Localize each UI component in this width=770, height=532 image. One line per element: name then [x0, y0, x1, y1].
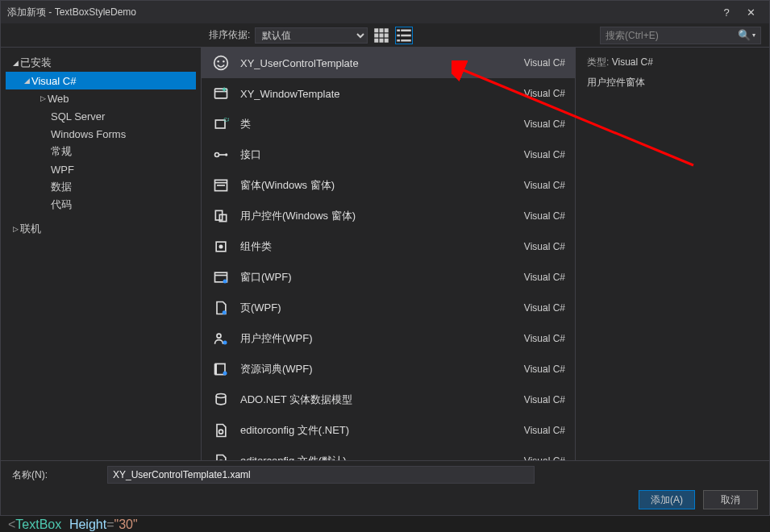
svg-rect-9	[397, 29, 401, 31]
template-item[interactable]: ADO.NET 实体数据模型Visual C#	[202, 384, 575, 415]
svg-point-43	[219, 430, 223, 434]
svg-point-16	[217, 60, 219, 63]
tree-sql[interactable]: SQL Server	[6, 107, 196, 125]
view-list-button[interactable]	[395, 27, 413, 44]
svg-point-38	[217, 334, 221, 338]
smile-icon	[211, 53, 231, 73]
item-name: 窗体(Windows 窗体)	[240, 178, 524, 193]
search-box[interactable]: 🔍 ▾	[600, 27, 761, 44]
tree-online[interactable]: ▷联机	[6, 220, 196, 238]
template-item[interactable]: 用户控件(WPF)Visual C#	[202, 323, 575, 354]
window-title: 添加新项 - TextBoxStyleDemo	[7, 6, 714, 19]
item-lang: Visual C#	[524, 394, 565, 405]
svg-rect-4	[380, 33, 384, 37]
search-input[interactable]	[606, 30, 738, 41]
svg-rect-11	[397, 34, 401, 36]
svg-rect-10	[402, 29, 412, 31]
item-lang: Visual C#	[524, 272, 565, 283]
svg-rect-13	[397, 39, 401, 42]
template-item[interactable]: 窗体(Windows 窗体)Visual C#	[202, 170, 575, 201]
item-name: XY_WindowTemplate	[240, 88, 524, 100]
item-name: 窗口(WPF)	[240, 270, 524, 285]
tree-installed[interactable]: ◢已安装	[6, 54, 196, 72]
tree-general[interactable]: 常规	[6, 143, 196, 160]
svg-rect-14	[402, 39, 412, 42]
category-tree[interactable]: ◢已安装 ◢Visual C# ▷Web SQL Server Windows …	[1, 48, 201, 460]
item-name: 接口	[240, 148, 524, 162]
add-button[interactable]: 添加(A)	[639, 490, 695, 509]
item-name: 资源词典(WPF)	[240, 362, 524, 376]
item-lang: Visual C#	[524, 302, 565, 314]
search-icon: 🔍	[738, 29, 751, 41]
item-lang: Visual C#	[524, 57, 565, 69]
item-name: 用户控件(WPF)	[240, 331, 524, 346]
tree-web[interactable]: ▷Web	[6, 89, 196, 107]
tree-data[interactable]: 数据	[6, 178, 196, 196]
item-lang: Visual C#	[524, 210, 565, 222]
item-name: XY_UserControlTemplate	[240, 57, 524, 69]
template-item[interactable]: XY_UserControlTemplateVisual C#	[202, 48, 575, 78]
cancel-button[interactable]: 取消	[703, 490, 758, 509]
svg-rect-1	[380, 28, 384, 32]
code-preview: <TextBox Height="30"	[8, 517, 138, 532]
template-item[interactable]: 窗口(WPF)Visual C#	[202, 262, 575, 293]
template-item[interactable]: editorconfig 文件(默认)Visual C#	[202, 446, 575, 460]
svg-rect-2	[385, 28, 389, 32]
svg-point-33	[219, 245, 223, 249]
help-button[interactable]: ?	[714, 6, 739, 19]
item-lang: Visual C#	[524, 425, 565, 436]
editorconfig-icon	[211, 451, 231, 460]
template-item[interactable]: 接口Visual C#	[202, 139, 575, 170]
user-control-icon	[211, 206, 231, 226]
template-item[interactable]: 组件类Visual C#	[202, 231, 575, 262]
close-button[interactable]: ✕	[739, 6, 763, 19]
template-item[interactable]: 页(WPF)Visual C#	[202, 293, 575, 323]
svg-text:C#: C#	[223, 117, 229, 123]
toolbar: 排序依据: 默认值 🔍 ▾	[1, 23, 769, 48]
item-name: 类	[240, 117, 524, 131]
svg-rect-18	[215, 89, 227, 98]
item-name: ADO.NET 实体数据模型	[240, 393, 524, 407]
svg-point-15	[214, 56, 228, 70]
tree-wpf[interactable]: WPF	[6, 160, 196, 178]
svg-rect-8	[385, 38, 389, 42]
class-icon: C#	[211, 114, 231, 134]
template-item[interactable]: C#类Visual C#	[202, 109, 575, 139]
svg-point-42	[216, 394, 226, 398]
name-input[interactable]	[107, 466, 535, 484]
svg-rect-0	[375, 28, 379, 32]
editorconfig-icon	[211, 421, 231, 440]
svg-rect-5	[385, 33, 389, 37]
svg-point-17	[223, 60, 225, 63]
wpf-window-icon	[211, 268, 231, 287]
svg-rect-6	[375, 38, 379, 42]
name-label: 名称(N):	[12, 468, 101, 482]
svg-point-41	[223, 372, 227, 376]
window-plus-icon	[211, 84, 231, 103]
svg-rect-3	[375, 33, 379, 37]
sort-select[interactable]: 默认值	[255, 27, 368, 44]
svg-rect-12	[402, 34, 412, 36]
svg-rect-29	[217, 185, 225, 186]
template-list[interactable]: XY_UserControlTemplateVisual C#XY_Window…	[201, 48, 576, 460]
template-item[interactable]: 资源词典(WPF)Visual C#	[202, 354, 575, 384]
item-lang: Visual C#	[524, 333, 565, 344]
template-item[interactable]: XY_WindowTemplateVisual C#	[202, 78, 575, 109]
details-pane: 类型: Visual C# 用户控件窗体	[576, 48, 769, 460]
tree-code[interactable]: 代码	[6, 196, 196, 214]
tree-winforms[interactable]: Windows Forms	[6, 125, 196, 143]
svg-point-39	[223, 341, 227, 345]
template-item[interactable]: editorconfig 文件(.NET)Visual C#	[202, 415, 575, 446]
item-name: 页(WPF)	[240, 301, 524, 315]
item-name: 组件类	[240, 239, 524, 254]
view-grid-button[interactable]	[373, 27, 390, 44]
wpf-uc-icon	[211, 329, 231, 348]
svg-point-24	[215, 153, 219, 157]
svg-point-36	[223, 280, 227, 284]
item-lang: Visual C#	[524, 364, 565, 375]
template-item[interactable]: 用户控件(Windows 窗体)Visual C#	[202, 201, 575, 231]
interface-icon	[211, 145, 231, 164]
ado-icon	[211, 390, 231, 409]
tree-visual-csharp[interactable]: ◢Visual C#	[6, 72, 196, 89]
component-icon	[211, 237, 231, 256]
